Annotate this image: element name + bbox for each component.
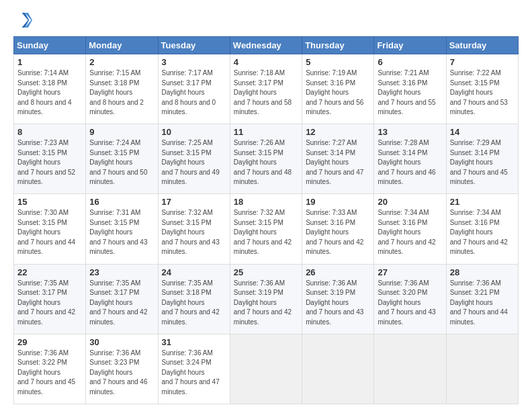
calendar-day-cell: 4 Sunrise: 7:18 AMSunset: 3:17 PMDayligh… — [230, 54, 302, 124]
day-info: Sunrise: 7:36 AMSunset: 3:23 PMDaylight … — [89, 349, 147, 396]
calendar-day-cell: 12 Sunrise: 7:27 AMSunset: 3:14 PMDaylig… — [302, 124, 374, 194]
calendar-day-cell: 20 Sunrise: 7:34 AMSunset: 3:16 PMDaylig… — [374, 194, 446, 264]
day-number: 18 — [234, 197, 298, 207]
calendar-day-cell: 25 Sunrise: 7:36 AMSunset: 3:19 PMDaylig… — [230, 264, 302, 334]
calendar-header-row: SundayMondayTuesdayWednesdayThursdayFrid… — [14, 37, 519, 54]
day-info: Sunrise: 7:31 AMSunset: 3:15 PMDaylight … — [89, 209, 147, 255]
calendar-body: 1 Sunrise: 7:14 AMSunset: 3:18 PMDayligh… — [14, 54, 519, 404]
calendar-day-cell — [446, 334, 518, 404]
calendar-day-cell: 23 Sunrise: 7:35 AMSunset: 3:17 PMDaylig… — [86, 264, 158, 334]
calendar-day-header: Wednesday — [230, 37, 302, 54]
calendar-week-row: 8 Sunrise: 7:23 AMSunset: 3:15 PMDayligh… — [14, 124, 519, 194]
day-number: 16 — [89, 197, 154, 207]
logo-icon — [13, 11, 32, 30]
calendar-day-header: Saturday — [446, 37, 518, 54]
day-info: Sunrise: 7:19 AMSunset: 3:16 PMDaylight … — [306, 69, 363, 116]
day-number: 12 — [306, 127, 370, 137]
day-number: 10 — [162, 127, 226, 137]
day-number: 29 — [17, 337, 82, 347]
day-info: Sunrise: 7:18 AMSunset: 3:17 PMDaylight … — [234, 69, 292, 116]
day-number: 6 — [378, 57, 442, 67]
day-info: Sunrise: 7:36 AMSunset: 3:21 PMDaylight … — [450, 279, 508, 326]
day-info: Sunrise: 7:25 AMSunset: 3:15 PMDaylight … — [162, 139, 220, 185]
day-info: Sunrise: 7:30 AMSunset: 3:15 PMDaylight … — [17, 209, 75, 255]
day-number: 7 — [450, 57, 515, 67]
day-number: 11 — [234, 127, 298, 137]
day-info: Sunrise: 7:35 AMSunset: 3:18 PMDaylight … — [162, 279, 220, 326]
day-info: Sunrise: 7:27 AMSunset: 3:14 PMDaylight … — [306, 139, 363, 185]
calendar-day-cell: 11 Sunrise: 7:26 AMSunset: 3:15 PMDaylig… — [230, 124, 302, 194]
day-info: Sunrise: 7:14 AMSunset: 3:18 PMDaylight … — [17, 69, 72, 116]
calendar-day-cell: 6 Sunrise: 7:21 AMSunset: 3:16 PMDayligh… — [374, 54, 446, 124]
logo — [13, 11, 35, 30]
calendar-day-cell: 31 Sunrise: 7:36 AMSunset: 3:24 PMDaylig… — [158, 334, 230, 404]
day-info: Sunrise: 7:23 AMSunset: 3:15 PMDaylight … — [17, 139, 75, 185]
day-number: 17 — [162, 197, 226, 207]
calendar-day-cell: 21 Sunrise: 7:34 AMSunset: 3:16 PMDaylig… — [446, 194, 518, 264]
day-info: Sunrise: 7:36 AMSunset: 3:24 PMDaylight … — [162, 349, 220, 396]
day-info: Sunrise: 7:36 AMSunset: 3:19 PMDaylight … — [234, 279, 292, 326]
calendar-day-cell: 8 Sunrise: 7:23 AMSunset: 3:15 PMDayligh… — [14, 124, 86, 194]
day-number: 1 — [17, 57, 82, 67]
day-info: Sunrise: 7:36 AMSunset: 3:22 PMDaylight … — [17, 349, 75, 396]
day-number: 3 — [162, 57, 226, 67]
day-info: Sunrise: 7:35 AMSunset: 3:17 PMDaylight … — [89, 279, 147, 326]
day-number: 19 — [306, 197, 370, 207]
calendar-day-cell: 9 Sunrise: 7:24 AMSunset: 3:15 PMDayligh… — [86, 124, 158, 194]
day-number: 4 — [234, 57, 298, 67]
calendar-day-cell — [230, 334, 302, 404]
day-number: 21 — [450, 197, 515, 207]
day-number: 28 — [450, 267, 515, 277]
calendar-day-cell: 29 Sunrise: 7:36 AMSunset: 3:22 PMDaylig… — [14, 334, 86, 404]
calendar-day-cell: 28 Sunrise: 7:36 AMSunset: 3:21 PMDaylig… — [446, 264, 518, 334]
calendar-week-row: 1 Sunrise: 7:14 AMSunset: 3:18 PMDayligh… — [14, 54, 519, 124]
day-info: Sunrise: 7:34 AMSunset: 3:16 PMDaylight … — [450, 209, 508, 255]
day-info: Sunrise: 7:29 AMSunset: 3:14 PMDaylight … — [450, 139, 508, 185]
calendar-day-header: Tuesday — [158, 37, 230, 54]
day-info: Sunrise: 7:22 AMSunset: 3:15 PMDaylight … — [450, 69, 508, 116]
day-number: 22 — [17, 267, 82, 277]
calendar-day-header: Sunday — [14, 37, 86, 54]
calendar-week-row: 22 Sunrise: 7:35 AMSunset: 3:17 PMDaylig… — [14, 264, 519, 334]
day-number: 31 — [162, 337, 226, 347]
calendar-day-cell: 27 Sunrise: 7:36 AMSunset: 3:20 PMDaylig… — [374, 264, 446, 334]
day-number: 24 — [162, 267, 226, 277]
day-info: Sunrise: 7:35 AMSunset: 3:17 PMDaylight … — [17, 279, 75, 326]
calendar-day-cell: 16 Sunrise: 7:31 AMSunset: 3:15 PMDaylig… — [86, 194, 158, 264]
calendar-day-cell — [302, 334, 374, 404]
calendar-day-cell: 10 Sunrise: 7:25 AMSunset: 3:15 PMDaylig… — [158, 124, 230, 194]
calendar-day-cell: 5 Sunrise: 7:19 AMSunset: 3:16 PMDayligh… — [302, 54, 374, 124]
header — [13, 11, 519, 30]
calendar-day-cell: 14 Sunrise: 7:29 AMSunset: 3:14 PMDaylig… — [446, 124, 518, 194]
day-info: Sunrise: 7:24 AMSunset: 3:15 PMDaylight … — [89, 139, 147, 185]
calendar-day-cell: 13 Sunrise: 7:28 AMSunset: 3:14 PMDaylig… — [374, 124, 446, 194]
day-number: 13 — [378, 127, 442, 137]
calendar-day-cell: 3 Sunrise: 7:17 AMSunset: 3:17 PMDayligh… — [158, 54, 230, 124]
calendar-day-cell: 2 Sunrise: 7:15 AMSunset: 3:18 PMDayligh… — [86, 54, 158, 124]
day-info: Sunrise: 7:21 AMSunset: 3:16 PMDaylight … — [378, 69, 435, 116]
calendar-day-cell: 24 Sunrise: 7:35 AMSunset: 3:18 PMDaylig… — [158, 264, 230, 334]
calendar-day-header: Friday — [374, 37, 446, 54]
calendar-table: SundayMondayTuesdayWednesdayThursdayFrid… — [13, 36, 519, 404]
day-number: 9 — [89, 127, 154, 137]
day-info: Sunrise: 7:28 AMSunset: 3:14 PMDaylight … — [378, 139, 435, 185]
page: SundayMondayTuesdayWednesdayThursdayFrid… — [0, 0, 532, 411]
calendar-day-cell — [374, 334, 446, 404]
calendar-day-cell: 7 Sunrise: 7:22 AMSunset: 3:15 PMDayligh… — [446, 54, 518, 124]
day-info: Sunrise: 7:26 AMSunset: 3:15 PMDaylight … — [234, 139, 292, 185]
day-info: Sunrise: 7:32 AMSunset: 3:15 PMDaylight … — [234, 209, 292, 255]
calendar-day-cell: 26 Sunrise: 7:36 AMSunset: 3:19 PMDaylig… — [302, 264, 374, 334]
calendar-day-cell: 30 Sunrise: 7:36 AMSunset: 3:23 PMDaylig… — [86, 334, 158, 404]
day-info: Sunrise: 7:17 AMSunset: 3:17 PMDaylight … — [162, 69, 216, 116]
day-number: 25 — [234, 267, 298, 277]
calendar-day-cell: 18 Sunrise: 7:32 AMSunset: 3:15 PMDaylig… — [230, 194, 302, 264]
calendar-week-row: 29 Sunrise: 7:36 AMSunset: 3:22 PMDaylig… — [14, 334, 519, 404]
day-number: 14 — [450, 127, 515, 137]
day-number: 20 — [378, 197, 442, 207]
calendar-day-header: Monday — [86, 37, 158, 54]
calendar-day-cell: 1 Sunrise: 7:14 AMSunset: 3:18 PMDayligh… — [14, 54, 86, 124]
day-info: Sunrise: 7:32 AMSunset: 3:15 PMDaylight … — [162, 209, 220, 255]
day-number: 23 — [89, 267, 154, 277]
day-number: 27 — [378, 267, 442, 277]
calendar-day-cell: 22 Sunrise: 7:35 AMSunset: 3:17 PMDaylig… — [14, 264, 86, 334]
